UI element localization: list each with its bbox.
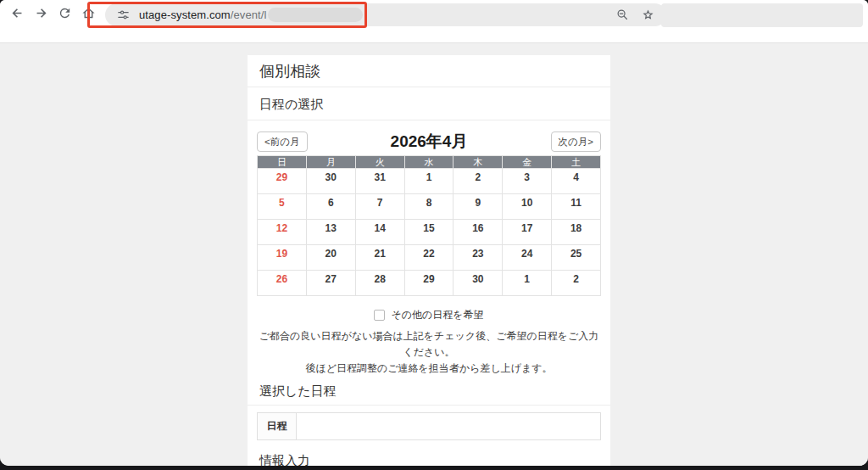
- site-settings-icon[interactable]: [116, 8, 131, 22]
- calendar-day-cell[interactable]: 5: [258, 194, 306, 219]
- next-month-button[interactable]: 次の月>: [551, 131, 602, 152]
- page-title: 個別相談: [248, 55, 610, 87]
- schedule-section-heading: 日程の選択: [248, 87, 610, 120]
- calendar-day-cell[interactable]: 2: [552, 271, 600, 295]
- calendar-day-cell[interactable]: 27: [307, 271, 355, 295]
- calendar-day-cell[interactable]: 1: [503, 271, 551, 295]
- calendar-day-cell[interactable]: 31: [356, 169, 404, 193]
- calendar: <前の月 2026年4月 次の月> 日月火水木金土293031123456789…: [248, 120, 610, 377]
- calendar-day-cell[interactable]: 21: [356, 245, 404, 270]
- calendar-day-cell[interactable]: 30: [453, 271, 502, 295]
- calendar-day-cell[interactable]: 9: [453, 194, 502, 219]
- calendar-day-cell[interactable]: 23: [453, 245, 502, 270]
- calendar-day-cell[interactable]: 7: [356, 194, 404, 219]
- toolbar-redaction-box: [661, 3, 863, 27]
- browser-window: utage-system.com/event/l 個別相談: [0, 0, 868, 466]
- schedule-note-line2: 後ほど日程調整のご連絡を担当者から差し上げます。: [257, 361, 601, 377]
- calendar-day-cell[interactable]: 26: [258, 271, 306, 295]
- calendar-day-cell[interactable]: 19: [258, 245, 306, 270]
- url-path: /event/l: [231, 8, 267, 21]
- booking-form-card: 個別相談 日程の選択 <前の月 2026年4月 次の月> 日月火水木金土2930…: [248, 55, 610, 466]
- other-dates-checkbox[interactable]: [374, 310, 385, 321]
- calendar-day-cell[interactable]: 17: [503, 220, 551, 244]
- calendar-weekday-header: 日: [258, 156, 306, 168]
- selected-schedule-table: 日程: [257, 412, 601, 440]
- calendar-day-cell[interactable]: 10: [503, 194, 551, 219]
- calendar-month-title: 2026年4月: [391, 131, 468, 153]
- calendar-day-cell[interactable]: 3: [503, 169, 551, 193]
- home-button[interactable]: [76, 3, 100, 26]
- reload-button[interactable]: [53, 3, 76, 26]
- selected-date-value: [297, 413, 600, 439]
- calendar-day-cell[interactable]: 25: [552, 245, 600, 270]
- calendar-weekday-header: 月: [307, 156, 355, 168]
- home-icon: [81, 6, 96, 24]
- browser-toolbar: utage-system.com/event/l: [0, 0, 868, 43]
- calendar-day-cell[interactable]: 29: [258, 169, 306, 193]
- calendar-weekday-header: 水: [405, 156, 453, 168]
- calendar-day-cell[interactable]: 8: [405, 194, 453, 219]
- calendar-day-cell[interactable]: 28: [356, 271, 404, 295]
- prev-month-button[interactable]: <前の月: [257, 131, 308, 152]
- calendar-day-cell[interactable]: 29: [405, 271, 453, 295]
- forward-button[interactable]: [29, 3, 53, 26]
- calendar-weekday-header: 木: [453, 156, 502, 168]
- url-domain: utage-system.com: [139, 8, 231, 21]
- calendar-day-cell[interactable]: 13: [307, 220, 355, 244]
- calendar-day-cell[interactable]: 22: [405, 245, 453, 270]
- calendar-day-cell[interactable]: 20: [307, 245, 355, 270]
- calendar-day-cell[interactable]: 24: [503, 245, 551, 270]
- calendar-day-cell[interactable]: 6: [307, 194, 355, 219]
- calendar-day-cell[interactable]: 14: [356, 220, 404, 244]
- calendar-day-cell[interactable]: 11: [552, 194, 600, 219]
- address-bar[interactable]: utage-system.com/event/l: [105, 3, 666, 26]
- calendar-day-cell[interactable]: 2: [453, 169, 502, 193]
- calendar-weekday-header: 土: [552, 156, 600, 168]
- calendar-nav: <前の月 2026年4月 次の月>: [257, 131, 601, 153]
- info-section-heading: 情報入力: [248, 446, 610, 466]
- forward-arrow-icon: [34, 6, 48, 24]
- calendar-day-cell[interactable]: 12: [258, 220, 306, 244]
- page-background: 個別相談 日程の選択 <前の月 2026年4月 次の月> 日月火水木金土2930…: [0, 43, 868, 466]
- back-button[interactable]: [5, 3, 29, 26]
- url-text: utage-system.com/event/l: [139, 8, 267, 21]
- calendar-day-cell[interactable]: 18: [552, 220, 600, 244]
- calendar-day-cell[interactable]: 16: [453, 220, 502, 244]
- other-dates-checkbox-label: その他の日程を希望: [391, 308, 483, 322]
- calendar-weekday-header: 金: [503, 156, 551, 168]
- bookmark-star-icon[interactable]: [641, 8, 655, 22]
- calendar-day-cell[interactable]: 4: [552, 169, 600, 193]
- calendar-grid: 日月火水木金土293031123456789101112131415161718…: [257, 155, 601, 296]
- calendar-day-cell[interactable]: 15: [405, 220, 453, 244]
- other-dates-row[interactable]: その他の日程を希望: [257, 308, 601, 322]
- zoom-out-icon[interactable]: [615, 8, 630, 22]
- selected-date-label: 日程: [258, 413, 297, 439]
- calendar-day-cell[interactable]: 1: [405, 169, 453, 193]
- schedule-note-line1: ご都合の良い日程がない場合は上記をチェック後、ご希望の日程をご入力ください。: [257, 328, 601, 361]
- schedule-note: ご都合の良い日程がない場合は上記をチェック後、ご希望の日程をご入力ください。 後…: [257, 328, 601, 377]
- selected-schedule-heading: 選択した日程: [248, 377, 610, 406]
- reload-icon: [58, 6, 72, 24]
- url-redaction-box: [268, 8, 363, 22]
- calendar-weekday-header: 火: [356, 156, 404, 168]
- calendar-day-cell[interactable]: 30: [307, 169, 355, 193]
- back-arrow-icon: [10, 6, 25, 24]
